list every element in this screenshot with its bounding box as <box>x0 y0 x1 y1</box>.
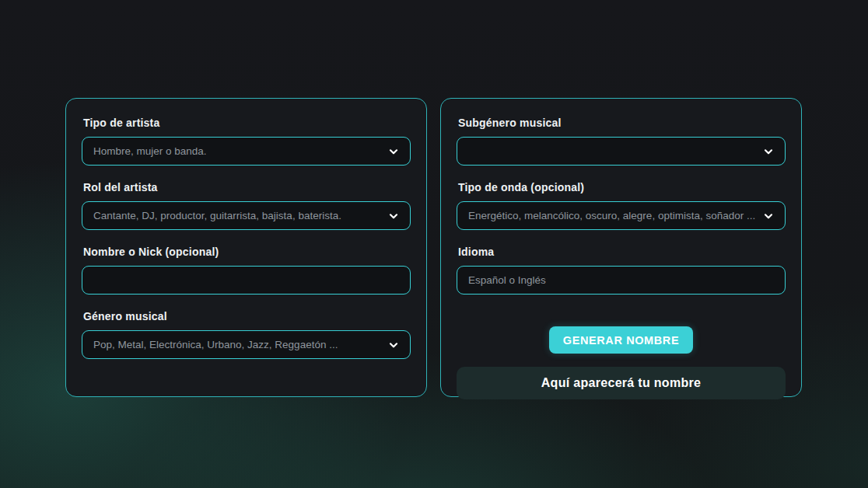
tipo-de-onda-select[interactable]: Energético, melancólico, oscuro, alegre,… <box>457 201 786 230</box>
chevron-down-icon <box>761 209 775 223</box>
field-subgenero-musical: Subgénero musical <box>457 117 786 166</box>
nombre-nick-input[interactable] <box>82 266 411 295</box>
rol-del-artista-label: Rol del artista <box>83 182 409 193</box>
rol-del-artista-select-value: Cantante, DJ, productor, guitarrista, ba… <box>93 210 341 221</box>
field-genero-musical: Género musical Pop, Metal, Electrónica, … <box>82 311 411 359</box>
tipo-de-artista-label: Tipo de artista <box>83 117 409 129</box>
subgenero-musical-select[interactable] <box>457 137 786 166</box>
chevron-down-icon <box>387 145 401 159</box>
idioma-input[interactable] <box>457 266 786 295</box>
field-tipo-de-artista: Tipo de artista Hombre, mujer o banda. <box>82 117 411 166</box>
chevron-down-icon <box>387 338 401 352</box>
genero-musical-label: Género musical <box>83 311 409 322</box>
tipo-de-artista-select[interactable]: Hombre, mujer o banda. <box>82 137 411 166</box>
genero-musical-select-value: Pop, Metal, Electrónica, Urbano, Jazz, R… <box>93 339 338 350</box>
chevron-down-icon <box>761 145 775 159</box>
tipo-de-artista-select-value: Hombre, mujer o banda. <box>93 145 207 157</box>
tipo-de-onda-select-value: Energético, melancólico, oscuro, alegre,… <box>468 210 755 221</box>
generar-nombre-button[interactable]: GENERAR NOMBRE <box>549 326 693 354</box>
idioma-label: Idioma <box>458 246 784 258</box>
chevron-down-icon <box>387 209 401 223</box>
artist-form-card: Tipo de artista Hombre, mujer o banda. R… <box>65 98 427 397</box>
rol-del-artista-select[interactable]: Cantante, DJ, productor, guitarrista, ba… <box>82 201 411 230</box>
generator-card: Subgénero musical Tipo de onda (opcional… <box>440 98 802 397</box>
subgenero-musical-label: Subgénero musical <box>458 117 784 129</box>
nombre-nick-label: Nombre o Nick (opcional) <box>83 246 409 258</box>
field-nombre-nick: Nombre o Nick (opcional) <box>82 246 411 311</box>
tipo-de-onda-label: Tipo de onda (opcional) <box>458 182 784 193</box>
result-box: Aquí aparecerá tu nombre <box>457 367 786 399</box>
field-rol-del-artista: Rol del artista Cantante, DJ, productor,… <box>82 182 411 230</box>
genero-musical-select[interactable]: Pop, Metal, Electrónica, Urbano, Jazz, R… <box>82 330 411 359</box>
field-idioma: Idioma <box>457 246 786 311</box>
field-tipo-de-onda: Tipo de onda (opcional) Energético, mela… <box>457 182 786 230</box>
